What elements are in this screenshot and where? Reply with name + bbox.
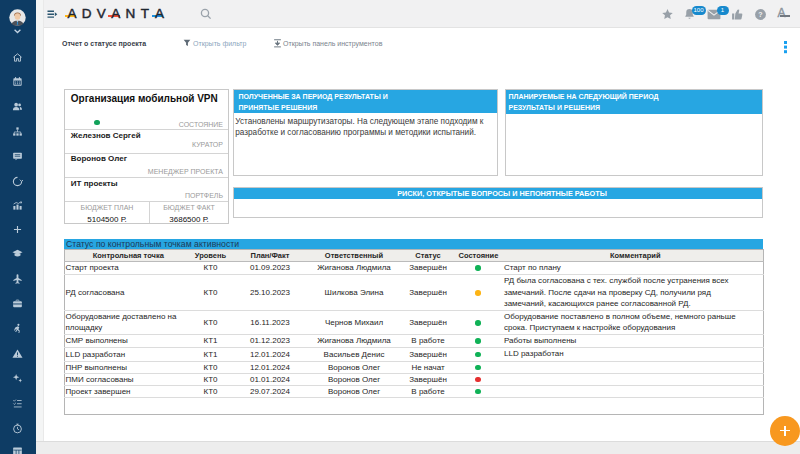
svg-text:?: ? [758, 11, 762, 18]
